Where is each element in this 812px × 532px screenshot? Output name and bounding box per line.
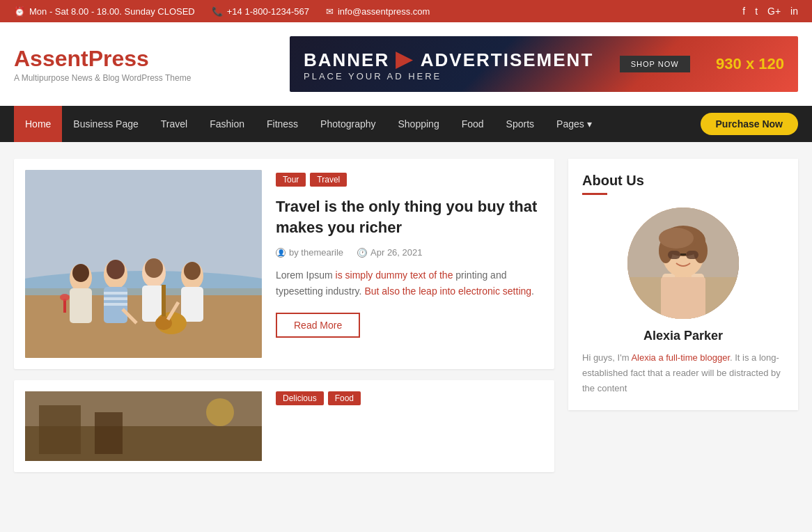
about-title: About Us (582, 173, 784, 189)
svg-point-16 (145, 258, 163, 278)
svg-rect-6 (70, 288, 92, 323)
nav-shopping[interactable]: Shopping (387, 106, 451, 142)
purchase-now-button[interactable]: Purchase Now (701, 113, 798, 135)
email-item: ✉ info@assentpress.com (326, 6, 430, 17)
clock-icon: ⏰ (14, 6, 25, 17)
tag-tour[interactable]: Tour (276, 173, 306, 187)
sidebar: About Us (568, 159, 798, 472)
linkedin-link[interactable]: in (790, 6, 798, 17)
tag-row-2: Delicious Food (276, 391, 543, 405)
svg-rect-18 (181, 287, 203, 322)
avatar-wrapper (582, 208, 784, 319)
excerpt-link1[interactable]: is simply dummy text of the (336, 269, 453, 281)
nav-travel[interactable]: Travel (150, 106, 198, 142)
tag-delicious[interactable]: Delicious (276, 391, 324, 405)
hours-text: Mon - Sat 8.00 - 18.00. Sunday CLOSED (29, 6, 195, 17)
facebook-link[interactable]: f (742, 6, 745, 17)
phone-icon: 📞 (212, 6, 223, 17)
svg-point-19 (184, 262, 201, 280)
banner-shop-button[interactable]: SHOP NOW (620, 56, 690, 72)
svg-rect-43 (668, 251, 680, 259)
twitter-link[interactable]: t (755, 6, 758, 17)
about-text-start: Hi guys, I'm (582, 352, 631, 363)
hours-item: ⏰ Mon - Sat 8.00 - 18.00. Sunday CLOSED (14, 6, 195, 17)
read-more-button[interactable]: Read More (276, 313, 360, 338)
person-name: Alexia Parker (582, 329, 784, 343)
email-text: info@assentpress.com (338, 6, 430, 17)
nav-sports[interactable]: Sports (495, 106, 545, 142)
svg-point-7 (72, 264, 89, 282)
nav-fashion[interactable]: Fashion (198, 106, 256, 142)
nav-photography[interactable]: Photography (309, 106, 387, 142)
logo-area: AssentPress A Multipurpose News & Blog W… (14, 46, 191, 83)
avatar (627, 208, 739, 319)
banner-ad: BANNER ▶ ADVERTISEMENT PLACE YOUR AD HER… (290, 36, 798, 92)
header: AssentPress A Multipurpose News & Blog W… (0, 22, 812, 106)
svg-rect-30 (95, 412, 123, 454)
article-card-2: Delicious Food (14, 380, 554, 472)
person-icon: 👤 (276, 248, 286, 258)
email-icon: ✉ (326, 6, 334, 17)
logo-part2: Press (88, 46, 149, 71)
date-meta: 🕐 Apr 26, 2021 (357, 247, 422, 258)
phone-text: +14 1-800-1234-567 (227, 6, 309, 17)
article-card-1: Tour Travel Travel is the only thing you… (14, 159, 554, 369)
svg-point-26 (60, 294, 70, 301)
svg-point-31 (206, 398, 234, 426)
article-image-1 (25, 170, 262, 358)
svg-rect-45 (680, 253, 686, 256)
svg-rect-44 (686, 251, 698, 259)
nav-home[interactable]: Home (14, 106, 62, 142)
nav-food[interactable]: Food (451, 106, 495, 142)
about-text: Hi guys, I'm Alexia a full-time blogger.… (582, 350, 784, 396)
social-links: f t G+ in (742, 6, 798, 17)
article-excerpt-1: Lorem Ipsum is simply dummy text of the … (276, 267, 543, 299)
svg-point-42 (659, 228, 694, 249)
author-text: by themearile (289, 247, 343, 258)
article-body-2: Delicious Food (276, 391, 543, 461)
article-title-1: Travel is the only thing you buy that ma… (276, 196, 543, 237)
nav-pages[interactable]: Pages ▾ (545, 106, 603, 142)
excerpt-link2[interactable]: But also the (364, 285, 416, 297)
about-card: About Us (568, 159, 798, 410)
article-image-2 (25, 391, 262, 461)
banner-subtitle: PLACE YOUR AD HERE (304, 71, 593, 81)
svg-rect-12 (104, 303, 127, 306)
clock-meta-icon: 🕐 (357, 248, 367, 258)
about-link[interactable]: Alexia a full-time blogger (631, 352, 730, 363)
excerpt-period: . (531, 285, 534, 297)
author-meta: 👤 by themearile (276, 247, 343, 258)
svg-rect-10 (104, 292, 127, 295)
logo-tagline: A Multipurpose News & Blog WordPress The… (14, 73, 191, 83)
tag-row-1: Tour Travel (276, 173, 543, 187)
banner-title: BANNER ▶ ADVERTISEMENT (304, 47, 593, 71)
excerpt-link3[interactable]: leap into electronic setting (419, 285, 531, 297)
svg-rect-36 (661, 277, 705, 319)
svg-point-13 (107, 260, 125, 279)
nav-fitness[interactable]: Fitness (256, 106, 309, 142)
excerpt-start: Lorem Ipsum (276, 269, 336, 281)
navbar: Home Business Page Travel Fashion Fitnes… (0, 106, 812, 142)
article-meta-1: 👤 by themearile 🕐 Apr 26, 2021 (276, 247, 543, 258)
about-title-underline (582, 193, 607, 195)
nav-business-page[interactable]: Business Page (62, 106, 149, 142)
top-bar: ⏰ Mon - Sat 8.00 - 18.00. Sunday CLOSED … (0, 0, 812, 22)
logo-part1: Assent (14, 46, 88, 71)
svg-rect-11 (104, 297, 127, 300)
svg-point-41 (694, 238, 708, 263)
logo: AssentPress (14, 46, 191, 72)
main-content: Tour Travel Travel is the only thing you… (0, 142, 812, 489)
content-left: Tour Travel Travel is the only thing you… (14, 159, 554, 472)
googleplus-link[interactable]: G+ (767, 6, 781, 17)
date-text: Apr 26, 2021 (370, 247, 422, 258)
banner-size: 930 x 120 (716, 55, 784, 73)
tag-travel[interactable]: Travel (310, 173, 347, 187)
chevron-down-icon: ▾ (587, 118, 592, 130)
banner-left: BANNER ▶ ADVERTISEMENT PLACE YOUR AD HER… (304, 47, 593, 81)
svg-rect-29 (39, 405, 81, 454)
article-body-1: Tour Travel Travel is the only thing you… (276, 170, 543, 358)
top-bar-left: ⏰ Mon - Sat 8.00 - 18.00. Sunday CLOSED … (14, 6, 430, 17)
phone-item: 📞 +14 1-800-1234-567 (212, 6, 309, 17)
tag-food[interactable]: Food (328, 391, 361, 405)
